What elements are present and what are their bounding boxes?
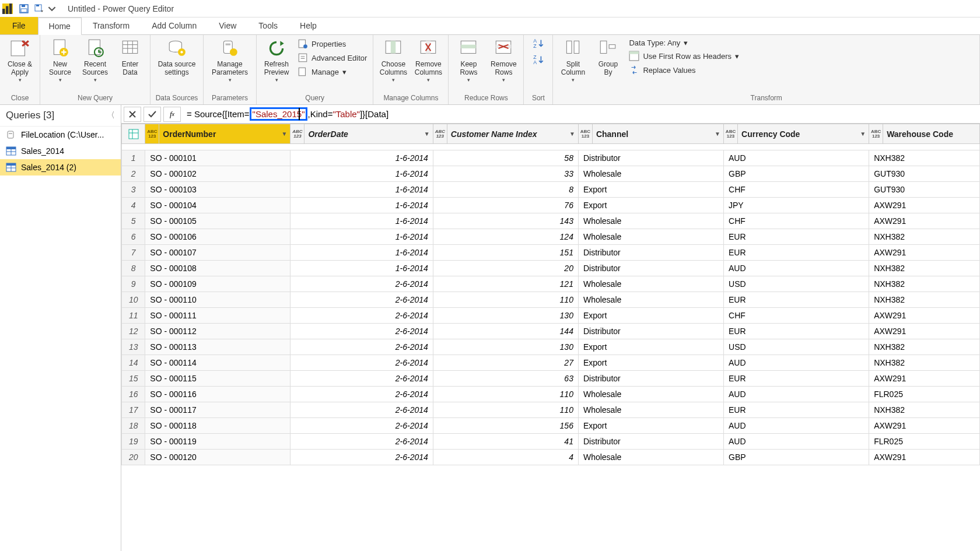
table-row[interactable]: 13SO - 0001132-6-2014130ExportUSDNXH382 (122, 339, 980, 355)
cell-channel[interactable]: Distributor (578, 245, 723, 261)
cell-orderdate[interactable]: 1-6-2014 (290, 213, 433, 229)
table-row[interactable]: 8SO - 0001081-6-201420DistributorAUDNXH3… (122, 261, 980, 276)
cell-currency[interactable]: USD (724, 339, 869, 355)
cell-orderdate[interactable]: 1-6-2014 (290, 261, 433, 276)
table-row[interactable]: 15SO - 0001152-6-201463DistributorEURAXW… (122, 371, 980, 387)
fx-button[interactable]: fx (163, 107, 181, 122)
cell-orderdate[interactable]: 2-6-2014 (290, 450, 433, 465)
properties-button[interactable]: Properties (295, 37, 369, 50)
cell-warehouse[interactable]: AXW291 (869, 450, 980, 465)
cell-customer[interactable]: 130 (433, 308, 578, 324)
new-source-button[interactable]: NewSource▾ (44, 37, 76, 85)
cell-channel[interactable]: Wholesale (578, 166, 723, 182)
cell-customer[interactable]: 20 (433, 261, 578, 276)
cell-channel[interactable]: Wholesale (578, 213, 723, 229)
cell-ordernumber[interactable]: SO - 000117 (145, 402, 290, 418)
close-apply-button[interactable]: Close &Apply▾ (4, 37, 36, 85)
query-item[interactable]: Sales_2014 (2) (0, 159, 121, 176)
save-button[interactable] (18, 2, 30, 15)
table-row[interactable]: 20SO - 0001202-6-20144WholesaleGBPAXW291 (122, 450, 980, 465)
cell-ordernumber[interactable]: SO - 000104 (145, 198, 290, 213)
cell-channel[interactable]: Wholesale (578, 292, 723, 308)
table-row[interactable]: 17SO - 0001172-6-2014110WholesaleEURNXH3… (122, 402, 980, 418)
column-header-customer[interactable]: ABC123Customer Name Index▼ (433, 124, 578, 144)
cell-customer[interactable]: 76 (433, 198, 578, 213)
cell-ordernumber[interactable]: SO - 000102 (145, 166, 290, 182)
cell-customer[interactable]: 124 (433, 229, 578, 245)
cell-ordernumber[interactable]: SO - 000108 (145, 261, 290, 276)
cell-ordernumber[interactable]: SO - 000105 (145, 213, 290, 229)
table-row[interactable]: 6SO - 0001061-6-2014124WholesaleEURNXH38… (122, 229, 980, 245)
cell-orderdate[interactable]: 1-6-2014 (290, 245, 433, 261)
table-row[interactable]: 3SO - 0001031-6-20148ExportCHFGUT930 (122, 182, 980, 198)
tab-home[interactable]: Home (38, 17, 82, 35)
cell-currency[interactable]: CHF (724, 213, 869, 229)
cell-customer[interactable]: 143 (433, 213, 578, 229)
cell-ordernumber[interactable]: SO - 000111 (145, 308, 290, 324)
cell-customer[interactable]: 110 (433, 402, 578, 418)
cell-warehouse[interactable]: NXH382 (869, 276, 980, 292)
cell-currency[interactable]: JPY (724, 198, 869, 213)
cell-customer[interactable]: 4 (433, 450, 578, 465)
collapse-pane-icon[interactable]: 〈 (107, 110, 115, 121)
table-row[interactable]: 4SO - 0001041-6-201476ExportJPYAXW291 (122, 198, 980, 213)
cell-channel[interactable]: Distributor (578, 150, 723, 166)
cell-orderdate[interactable]: 2-6-2014 (290, 387, 433, 402)
cell-channel[interactable]: Wholesale (578, 450, 723, 465)
cell-customer[interactable]: 130 (433, 339, 578, 355)
cell-customer[interactable]: 63 (433, 371, 578, 387)
cell-customer[interactable]: 8 (433, 182, 578, 198)
remove-columns-button[interactable]: RemoveColumns▾ (412, 37, 444, 85)
cell-ordernumber[interactable]: SO - 000116 (145, 387, 290, 402)
cell-currency[interactable]: AUD (724, 261, 869, 276)
cell-currency[interactable]: USD (724, 276, 869, 292)
row-header-corner[interactable] (122, 124, 145, 144)
cell-channel[interactable]: Export (578, 339, 723, 355)
formula-input[interactable]: = Source{[Item="Sales_2015",Kind="Table"… (183, 106, 978, 122)
cell-warehouse[interactable]: NXH382 (869, 292, 980, 308)
cell-orderdate[interactable]: 2-6-2014 (290, 339, 433, 355)
query-item[interactable]: FileLocation (C:\User... (0, 127, 121, 143)
tab-help[interactable]: Help (289, 17, 328, 34)
cell-customer[interactable]: 27 (433, 355, 578, 371)
table-row[interactable]: 14SO - 0001142-6-201427ExportAUDNXH382 (122, 355, 980, 371)
cell-warehouse[interactable]: FLR025 (869, 387, 980, 402)
cell-ordernumber[interactable]: SO - 000115 (145, 371, 290, 387)
cell-customer[interactable]: 110 (433, 387, 578, 402)
cell-currency[interactable]: AUD (724, 418, 869, 434)
cell-channel[interactable]: Wholesale (578, 276, 723, 292)
cell-orderdate[interactable]: 2-6-2014 (290, 292, 433, 308)
cell-customer[interactable]: 156 (433, 418, 578, 434)
cell-ordernumber[interactable]: SO - 000119 (145, 434, 290, 450)
keep-rows-button[interactable]: KeepRows▾ (452, 37, 485, 85)
cell-currency[interactable]: EUR (724, 229, 869, 245)
data-grid[interactable]: ABC123OrderNumber▼ ABC123OrderDate▼ ABC1… (121, 124, 980, 551)
refresh-preview-button[interactable]: RefreshPreview▾ (260, 37, 293, 85)
cell-warehouse[interactable]: NXH382 (869, 229, 980, 245)
cell-warehouse[interactable]: AXW291 (869, 371, 980, 387)
cell-orderdate[interactable]: 1-6-2014 (290, 182, 433, 198)
table-row[interactable]: 2SO - 0001021-6-201433WholesaleGBPGUT930 (122, 166, 980, 182)
cell-currency[interactable]: GBP (724, 450, 869, 465)
cell-ordernumber[interactable]: SO - 000109 (145, 276, 290, 292)
query-item[interactable]: Sales_2014 (0, 143, 121, 159)
column-header-ordernumber[interactable]: ABC123OrderNumber▼ (145, 124, 290, 144)
data-type-button[interactable]: Data Type: Any ▾ (626, 37, 741, 48)
manage-parameters-button[interactable]: ManageParameters▾ (207, 37, 253, 85)
qat-dropdown-icon[interactable] (48, 2, 56, 15)
cell-warehouse[interactable]: NXH382 (869, 150, 980, 166)
cell-channel[interactable]: Distributor (578, 434, 723, 450)
tab-add-column[interactable]: Add Column (141, 17, 208, 34)
cell-currency[interactable]: AUD (724, 355, 869, 371)
split-column-button[interactable]: SplitColumn▾ (556, 37, 589, 85)
cell-currency[interactable]: EUR (724, 324, 869, 339)
cell-warehouse[interactable]: AXW291 (869, 324, 980, 339)
cell-warehouse[interactable]: NXH382 (869, 261, 980, 276)
cell-customer[interactable]: 110 (433, 292, 578, 308)
cell-warehouse[interactable]: GUT930 (869, 182, 980, 198)
table-row[interactable]: 7SO - 0001071-6-2014151DistributorEURAXW… (122, 245, 980, 261)
column-filter-icon[interactable]: ▼ (712, 131, 723, 137)
cell-currency[interactable]: EUR (724, 402, 869, 418)
cell-ordernumber[interactable]: SO - 000107 (145, 245, 290, 261)
cell-currency[interactable]: AUD (724, 387, 869, 402)
